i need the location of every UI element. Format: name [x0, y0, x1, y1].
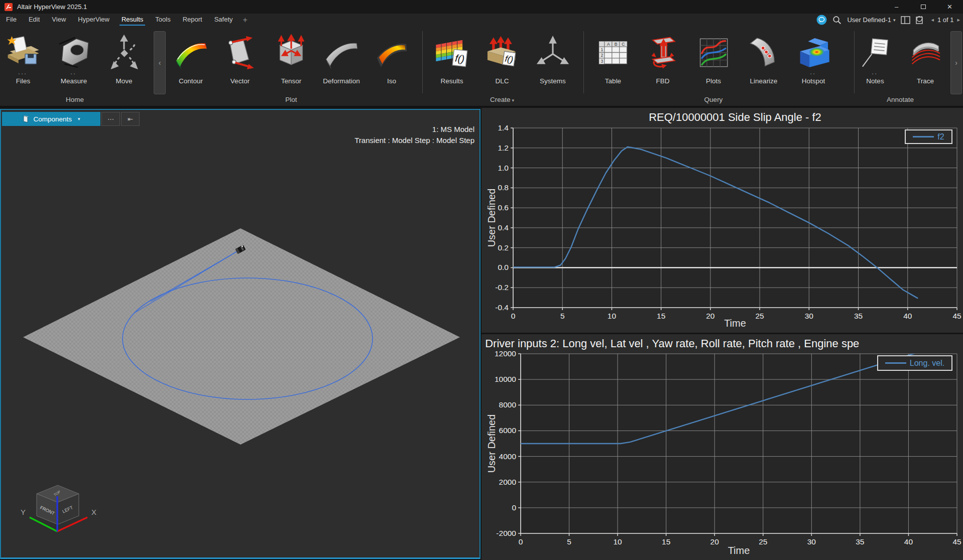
svg-text:12000: 12000 [495, 349, 516, 358]
ribbon-button-deformation[interactable]: Deformation [319, 34, 364, 85]
page-indicator: 1 of 1 [937, 16, 954, 24]
ribbon-button-hotspot[interactable]: •• Hotspot [791, 34, 836, 85]
ribbon-button-vector[interactable]: Vector [217, 34, 263, 85]
minimize-button[interactable]: – [883, 0, 910, 14]
x-axis-label: Time [521, 545, 957, 556]
menu-report[interactable]: Report [177, 14, 208, 26]
move-icon [105, 34, 143, 71]
svg-text:B: B [615, 42, 618, 47]
selector-more-button[interactable]: ⋯ [101, 112, 120, 126]
ribbon-button-systems[interactable]: Systems [530, 34, 575, 85]
tensor-icon [273, 34, 310, 71]
chevron-down-icon: ▾ [78, 116, 80, 121]
export-page-button[interactable] [916, 14, 925, 26]
ribbon-button-fbd[interactable]: FBD [640, 34, 685, 85]
trace-icon [907, 34, 944, 71]
ribbon-button-plots[interactable]: Plots [691, 34, 736, 85]
legend-label: f2 [937, 132, 944, 142]
profile-dropdown[interactable]: User Defined-1 ▾ [847, 14, 895, 26]
notes-options-dots[interactable]: •• [853, 71, 898, 77]
search-button[interactable] [832, 14, 841, 26]
hotspot-options-dots[interactable]: •• [791, 71, 836, 77]
ribbon-button-dlc[interactable]: f() DLC [479, 34, 525, 85]
ribbon-button-results[interactable]: f() Results [429, 34, 474, 85]
ribbon-button-notes[interactable]: •• Notes [853, 34, 898, 85]
chart-pane-side-slip: 051015202530354045-0.4-0.20.00.20.40.60.… [482, 108, 963, 333]
ribbon-button-trace[interactable]: Trace [903, 34, 948, 85]
measure-options-dots[interactable]: •• [51, 71, 96, 77]
components-selector-label: Components [33, 115, 72, 123]
menu-edit[interactable]: Edit [23, 14, 46, 26]
next-page-icon[interactable]: ▸ [957, 17, 960, 23]
model-name: 1: MS Model [354, 124, 474, 135]
ribbon-button-contour[interactable]: Contour [168, 34, 213, 85]
ribbon-button-measure[interactable]: •• Measure [51, 34, 96, 85]
results-icon: f() [433, 34, 470, 71]
axis-x-label: X [91, 508, 96, 516]
svg-text:10000: 10000 [495, 375, 516, 383]
svg-text:0.4: 0.4 [498, 223, 509, 232]
menu-tools[interactable]: Tools [149, 14, 176, 26]
entity-selector-bar: Components ▾ ⋯ ⇤ [2, 112, 140, 126]
hyperview-window: Altair HyperView 2025.1 – ✕ File Edit Vi… [0, 0, 963, 560]
previous-page-icon[interactable]: ◂ [931, 17, 934, 23]
hotspot-icon [795, 34, 832, 71]
maximize-button[interactable] [910, 0, 936, 14]
svg-text:8000: 8000 [499, 400, 517, 409]
chat-button[interactable] [816, 14, 827, 26]
chart-title: : Driver inputs 2: Long vel, Lat vel , Y… [482, 337, 859, 350]
chart-legend[interactable]: Long. vel. [877, 355, 952, 371]
add-menu-button[interactable]: + [239, 15, 252, 26]
ribbon-button-iso[interactable]: Iso [369, 34, 414, 85]
chart-pane-driver-inputs: 051015202530354045-200002000400060008000… [482, 334, 963, 560]
menu-hyperview[interactable]: HyperView [72, 14, 115, 26]
plots-icon [695, 34, 732, 71]
ribbon-divider [422, 31, 423, 93]
road-surface[interactable] [23, 228, 460, 445]
x-axis-label: Time [513, 318, 957, 329]
ribbon-collapse-button[interactable]: ‹ [154, 31, 166, 94]
viewport-scene[interactable]: TOP FRONT LEFT Y X [1, 110, 479, 557]
menu-results[interactable]: Results [115, 14, 149, 26]
fbd-icon [644, 34, 681, 71]
svg-text:0.0: 0.0 [498, 263, 509, 271]
chevron-down-icon: ▾ [893, 18, 896, 23]
svg-text:0.6: 0.6 [498, 203, 509, 212]
svg-text:1.4: 1.4 [498, 123, 509, 132]
legend-label: Long. vel. [910, 359, 944, 368]
files-options-dots[interactable]: ••• [1, 71, 46, 77]
chart-title: REQ/10000001 Side Slip Angle - f2 [513, 111, 957, 124]
title-bar: Altair HyperView 2025.1 – ✕ [0, 0, 963, 14]
menu-view[interactable]: View [46, 14, 72, 26]
svg-text:2: 2 [601, 53, 604, 58]
ribbon-expand-button[interactable]: › [950, 31, 962, 94]
go-to-first-button[interactable]: ⇤ [121, 112, 140, 126]
page-pager: ◂ 1 of 1 ▸ [931, 16, 960, 24]
model-viewport[interactable]: TOP FRONT LEFT Y X Components ▾ [0, 109, 480, 559]
ribbon-button-table[interactable]: ABC 123 Table [590, 34, 636, 85]
ribbon-divider [583, 31, 584, 93]
menu-safety[interactable]: Safety [208, 14, 239, 26]
svg-text:-0.2: -0.2 [495, 283, 509, 292]
deformation-icon [323, 34, 360, 71]
model-info-note: 1: MS Model Transient : Model Step : Mod… [354, 124, 474, 146]
svg-text:f(): f() [505, 54, 514, 65]
svg-text:0.2: 0.2 [498, 243, 509, 252]
legend-line-swatch [913, 136, 934, 137]
chart-legend[interactable]: f2 [905, 129, 952, 144]
ribbon-button-linearize[interactable]: Linearize [741, 34, 786, 85]
components-selector-button[interactable]: Components ▾ [2, 112, 100, 126]
svg-text:A: A [607, 42, 610, 47]
component-panel-icon [22, 115, 29, 123]
svg-text:3: 3 [601, 59, 604, 64]
linearize-icon [745, 34, 782, 71]
ribbon-button-files[interactable]: ••• Files [1, 34, 46, 85]
side-slip-chart-plot[interactable]: 051015202530354045-0.4-0.20.00.20.40.60.… [482, 108, 963, 333]
menu-file[interactable]: File [0, 14, 23, 26]
ribbon-button-move[interactable]: Move [101, 34, 147, 85]
ribbon-button-tensor[interactable]: Tensor [269, 34, 314, 85]
maximize-icon [921, 5, 926, 9]
close-button[interactable]: ✕ [936, 0, 963, 14]
page-layout-button[interactable] [901, 14, 910, 26]
ribbon-group-create[interactable]: Create▾ [467, 96, 537, 103]
